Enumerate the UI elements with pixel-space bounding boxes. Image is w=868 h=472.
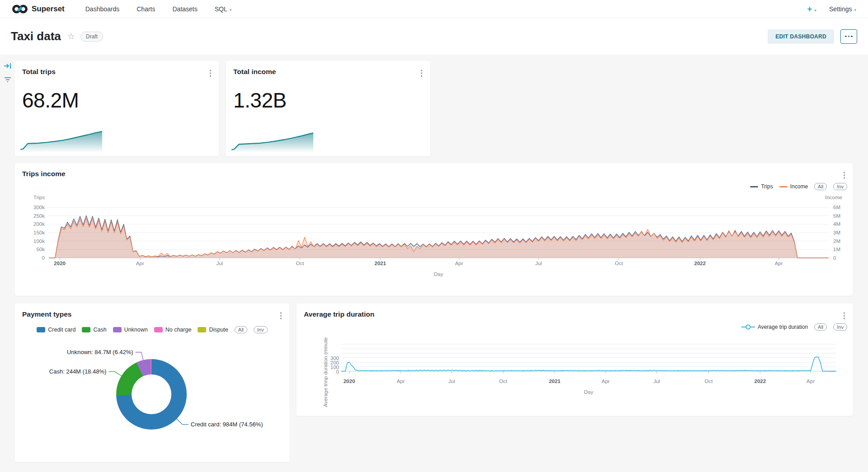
- legend-swatch: [113, 327, 122, 332]
- big-number-value: 1.32B: [233, 90, 287, 111]
- chevron-down-icon: ▾: [230, 8, 232, 12]
- dashboard-more-button[interactable]: [840, 29, 857, 44]
- x-axis-tick: 2022: [755, 379, 766, 384]
- legend-item[interactable]: Dispute: [198, 327, 228, 333]
- y-axis-tick-right: 6M: [833, 204, 840, 210]
- y-axis-tick-right: 0: [833, 255, 836, 261]
- x-axis-tick: Oct: [705, 379, 713, 384]
- series-line-avg-duration: [341, 357, 836, 371]
- y-axis-tick-left: 150k: [15, 229, 45, 236]
- nav-sql[interactable]: SQL▾: [215, 5, 232, 13]
- line-circle-marker: [741, 324, 755, 330]
- legend-item[interactable]: Trips: [750, 183, 773, 190]
- legend-swatch: [154, 327, 163, 332]
- chart-options-icon[interactable]: [208, 68, 213, 79]
- main-nav: Dashboards Charts Datasets SQL▾: [85, 5, 232, 13]
- y-axis-tick-left: 300k: [15, 204, 45, 210]
- card-total-income: Total income 1.32B: [226, 61, 430, 156]
- chevron-down-icon: ▾: [814, 8, 816, 13]
- legend-label: Trips: [761, 183, 773, 190]
- dashboard-header: Taxi data ☆ Draft EDIT DASHBOARD: [0, 18, 868, 55]
- status-badge: Draft: [80, 32, 103, 42]
- nav-dashboards[interactable]: Dashboards: [85, 5, 120, 13]
- filter-bar-collapsed: [4, 62, 12, 83]
- avg-duration-plot-svg[interactable]: [341, 342, 836, 378]
- legend-item[interactable]: Income: [779, 183, 808, 190]
- chart-options-icon[interactable]: [419, 68, 425, 79]
- legend-label: Unknown: [124, 327, 148, 333]
- y-axis-tick-left: 0: [15, 255, 45, 261]
- superset-logo[interactable]: Superset: [12, 4, 65, 14]
- chart-title: Total trips: [22, 68, 56, 76]
- legend-button-inv[interactable]: Inv: [254, 326, 268, 333]
- legend-item[interactable]: Credit card: [37, 327, 75, 333]
- x-axis-tick: 2021: [374, 261, 386, 266]
- trips-income-legend: TripsIncomeAllInv: [750, 183, 847, 190]
- avg-duration-legend: Average trip durationAllInv: [741, 323, 847, 331]
- x-axis-tick: Apr: [602, 379, 610, 384]
- filter-icon[interactable]: [4, 77, 11, 83]
- x-axis-tick: 2022: [694, 261, 706, 266]
- big-number-value: 68.2M: [22, 90, 79, 111]
- y-axis-title-left: Trips: [15, 195, 45, 200]
- legend-button-inv[interactable]: Inv: [833, 183, 847, 190]
- y-axis-tick-right: 1M: [833, 246, 840, 252]
- navbar-right: +▾ Settings▾: [807, 5, 856, 13]
- legend-label: Average trip duration: [758, 324, 808, 330]
- y-axis-tick-right: 3M: [833, 229, 840, 236]
- x-axis-tick: Oct: [296, 261, 304, 266]
- legend-label: Credit card: [48, 327, 75, 333]
- legend-label: Dispute: [209, 327, 228, 333]
- trend-sparkline[interactable]: [231, 126, 313, 152]
- x-axis-tick: 2020: [54, 261, 66, 266]
- x-axis-tick: Jul: [653, 379, 660, 384]
- y-axis-tick-right: 2M: [833, 238, 840, 244]
- trips-income-plot-svg[interactable]: [49, 204, 829, 264]
- card-average-trip-duration: Average trip duration Average trip durat…: [297, 304, 853, 416]
- y-axis-tick: 0: [323, 369, 339, 375]
- x-axis-tick: Jul: [535, 261, 542, 266]
- legend-button-all[interactable]: All: [235, 326, 247, 333]
- x-axis-tick: Oct: [499, 379, 507, 384]
- favorite-star-icon[interactable]: ☆: [67, 31, 75, 42]
- legend-button-all[interactable]: All: [814, 183, 827, 190]
- chart-options-icon[interactable]: [842, 310, 847, 321]
- chart-title: Total income: [233, 68, 276, 76]
- chart-title: Trips income: [22, 170, 66, 178]
- edit-dashboard-button[interactable]: EDIT DASHBOARD: [768, 29, 834, 44]
- legend-swatch: [779, 186, 788, 187]
- card-payment-types: Payment types Credit cardCashUnknownNo c…: [15, 304, 289, 462]
- legend-item[interactable]: No charge: [154, 327, 192, 333]
- superset-infinity-icon: [12, 4, 28, 14]
- expand-filter-bar-icon[interactable]: [4, 62, 12, 70]
- y-axis-tick-left: 200k: [15, 221, 45, 227]
- donut-callout-cash: Cash: 244M (18.48%): [49, 368, 106, 375]
- x-axis-tick: 2020: [344, 379, 355, 384]
- x-axis-tick: Apr: [775, 261, 783, 266]
- y-axis-title-right: Income: [797, 195, 842, 200]
- x-axis-tick: Apr: [807, 379, 815, 384]
- new-button[interactable]: +▾: [807, 5, 816, 13]
- settings-menu[interactable]: Settings▾: [829, 5, 856, 13]
- legend-swatch: [37, 327, 45, 332]
- legend-item[interactable]: Cash: [82, 327, 106, 333]
- plus-icon: +: [807, 4, 812, 14]
- nav-charts[interactable]: Charts: [137, 5, 155, 13]
- settings-label: Settings: [829, 5, 852, 13]
- nav-datasets[interactable]: Datasets: [172, 5, 197, 13]
- trend-sparkline[interactable]: [20, 126, 102, 152]
- card-trips-income: Trips income TripsIncomeAllInv Trips Inc…: [15, 163, 853, 296]
- callout-line-credit-card: [177, 419, 189, 425]
- legend-item[interactable]: Average trip duration: [741, 324, 808, 330]
- chart-options-icon[interactable]: [842, 170, 847, 181]
- nav-sql-label: SQL: [215, 5, 227, 13]
- brand-name: Superset: [32, 5, 65, 14]
- legend-item[interactable]: Unknown: [113, 327, 148, 333]
- x-axis-tick: Apr: [136, 261, 144, 266]
- chart-title: Average trip duration: [304, 310, 374, 318]
- trips-income-chart[interactable]: Trips Income Day 300k250k200k150k100k50k…: [15, 163, 853, 296]
- page-title: Taxi data: [11, 29, 61, 43]
- legend-button-all[interactable]: All: [814, 323, 827, 331]
- y-axis-tick-left: 250k: [15, 213, 45, 219]
- legend-button-inv[interactable]: Inv: [833, 323, 847, 331]
